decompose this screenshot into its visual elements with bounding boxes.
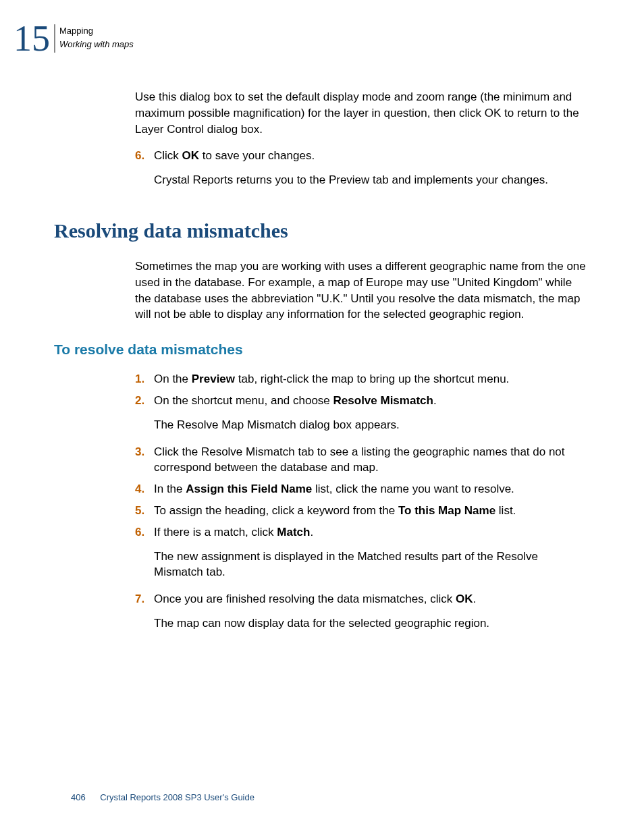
subsection-heading: To resolve data mismatches (54, 341, 590, 358)
content-area: Use this dialog box to set the default d… (135, 89, 590, 194)
step6-pre: Click (154, 149, 182, 162)
step-5: 5. To assign the heading, click a keywor… (135, 503, 590, 519)
intro-paragraph: Use this dialog box to set the default d… (135, 89, 590, 137)
list-marker: 4. (135, 481, 154, 497)
s2-post: . (433, 394, 437, 407)
step6-follow: Crystal Reports returns you to the Previ… (154, 172, 590, 188)
step6-bold: OK (182, 149, 200, 162)
chapter-header: 15 Mapping Working with maps (14, 20, 590, 57)
s4-post: list, click the name you want to resolve… (312, 482, 514, 495)
chapter-number: 15 (14, 20, 50, 57)
list-marker: 3. (135, 444, 154, 476)
step-1: 1. On the Preview tab, right-click the m… (135, 371, 590, 387)
list-body: On the shortcut menu, and choose Resolve… (154, 393, 590, 439)
s5-pre: To assign the heading, click a keyword f… (154, 504, 398, 517)
list-marker: 2. (135, 393, 154, 439)
s5-bold: To this Map Name (398, 504, 495, 517)
step-3: 3. Click the Resolve Mismatch tab to see… (135, 444, 590, 476)
list-body: On the Preview tab, right-click the map … (154, 371, 590, 387)
header-line1: Mapping (59, 26, 93, 36)
section-content: Sometimes the map you are working with u… (135, 258, 590, 323)
header-line2: Working with maps (59, 39, 134, 49)
s7-bold: OK (456, 592, 473, 605)
s4-bold: Assign this Field Name (186, 482, 312, 495)
list-body: Click OK to save your changes. Crystal R… (154, 148, 590, 194)
s1-post: tab, right-click the map to bring up the… (235, 372, 509, 385)
s6-bold: Match (277, 526, 310, 539)
list-body: If there is a match, click Match. The ne… (154, 524, 590, 586)
list-marker: 5. (135, 503, 154, 519)
list-marker: 6. (135, 148, 154, 194)
page-number: 406 (71, 792, 86, 802)
footer-title: Crystal Reports 2008 SP3 User's Guide (100, 792, 254, 802)
list-marker: 7. (135, 591, 154, 637)
s2-follow: The Resolve Map Mismatch dialog box appe… (154, 417, 590, 433)
list-body: In the Assign this Field Name list, clic… (154, 481, 590, 497)
step-7: 7. Once you are finished resolving the d… (135, 591, 590, 637)
s3-text: Click the Resolve Mismatch tab to see a … (154, 445, 565, 474)
s1-bold: Preview (192, 372, 235, 385)
header-text: Mapping Working with maps (59, 20, 134, 51)
s5-post: list. (495, 504, 516, 517)
s6-follow: The new assignment is displayed in the M… (154, 549, 590, 581)
list-marker: 1. (135, 371, 154, 387)
s7-follow: The map can now display data for the sel… (154, 615, 590, 632)
step-4: 4. In the Assign this Field Name list, c… (135, 481, 590, 497)
steps-content: 1. On the Preview tab, right-click the m… (135, 371, 590, 637)
list-body: Click the Resolve Mismatch tab to see a … (154, 444, 590, 476)
list-body: Once you are finished resolving the data… (154, 591, 590, 637)
header-divider (54, 24, 55, 53)
top-step-6: 6. Click OK to save your changes. Crysta… (135, 148, 590, 194)
s6-post: . (310, 526, 313, 539)
s7-post: . (473, 592, 476, 605)
s2-bold: Resolve Mismatch (333, 394, 433, 407)
s1-pre: On the (154, 372, 192, 385)
step6-post: to save your changes. (199, 149, 315, 162)
list-body: To assign the heading, click a keyword f… (154, 503, 590, 519)
step-6: 6. If there is a match, click Match. The… (135, 524, 590, 586)
s4-pre: In the (154, 482, 186, 495)
section-heading: Resolving data mismatches (54, 219, 590, 242)
page-footer: 406 Crystal Reports 2008 SP3 User's Guid… (71, 792, 254, 802)
page: 15 Mapping Working with maps Use this di… (0, 0, 644, 828)
section-body: Sometimes the map you are working with u… (135, 258, 590, 323)
list-marker: 6. (135, 524, 154, 586)
s2-pre: On the shortcut menu, and choose (154, 394, 333, 407)
s7-pre: Once you are finished resolving the data… (154, 592, 456, 605)
s6-pre: If there is a match, click (154, 526, 277, 539)
step-2: 2. On the shortcut menu, and choose Reso… (135, 393, 590, 439)
